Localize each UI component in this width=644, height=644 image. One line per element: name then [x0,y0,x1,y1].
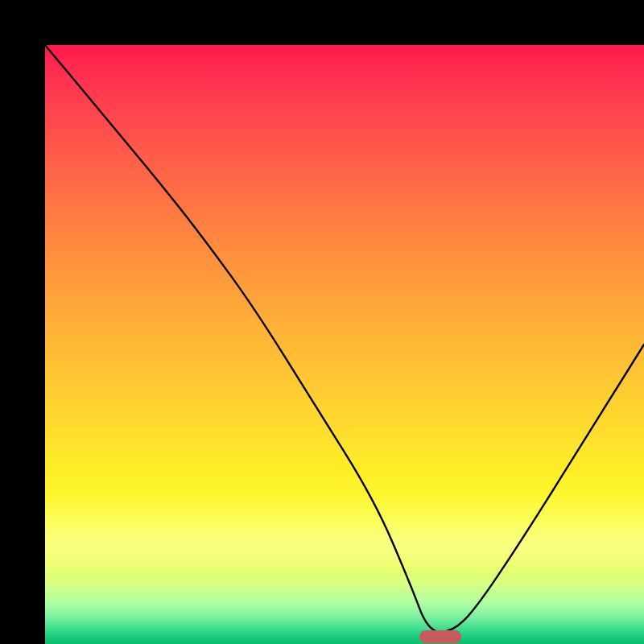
curve-path [45,45,644,632]
plot-area [45,45,644,644]
bottleneck-curve [45,45,644,644]
optimal-marker [419,630,461,643]
chart-frame [0,0,644,644]
